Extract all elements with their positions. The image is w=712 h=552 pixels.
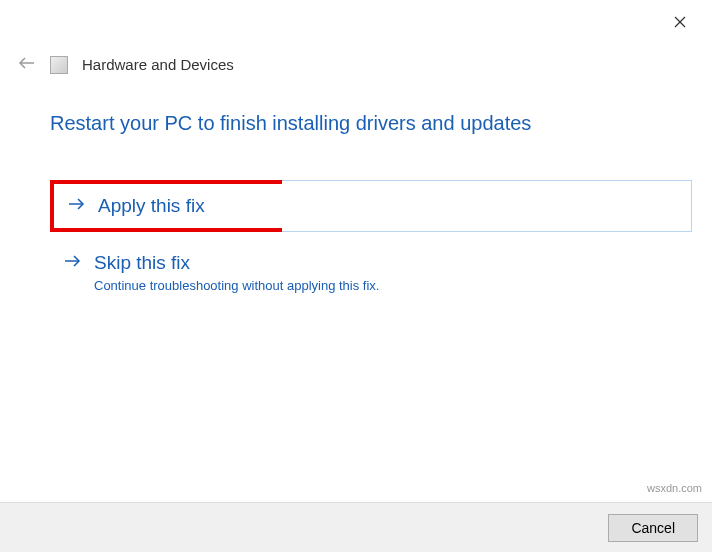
watermark-text: wsxdn.com bbox=[647, 482, 702, 494]
cancel-button[interactable]: Cancel bbox=[608, 514, 698, 542]
dialog-footer: Cancel bbox=[0, 502, 712, 552]
arrow-right-icon bbox=[64, 252, 82, 274]
back-arrow-icon bbox=[18, 54, 36, 75]
troubleshooter-header: Hardware and Devices bbox=[18, 54, 234, 75]
header-title: Hardware and Devices bbox=[82, 56, 234, 73]
apply-fix-label: Apply this fix bbox=[98, 195, 205, 218]
close-icon bbox=[674, 16, 686, 28]
skip-fix-label: Skip this fix bbox=[94, 252, 379, 275]
hardware-devices-icon bbox=[50, 56, 68, 74]
page-title: Restart your PC to finish installing dri… bbox=[50, 112, 531, 135]
close-button[interactable] bbox=[666, 10, 694, 36]
skip-fix-option[interactable]: Skip this fix Continue troubleshooting w… bbox=[50, 252, 692, 293]
arrow-right-icon bbox=[68, 195, 86, 217]
skip-fix-subtitle: Continue troubleshooting without applyin… bbox=[94, 278, 379, 293]
apply-fix-option[interactable]: Apply this fix bbox=[50, 180, 282, 232]
